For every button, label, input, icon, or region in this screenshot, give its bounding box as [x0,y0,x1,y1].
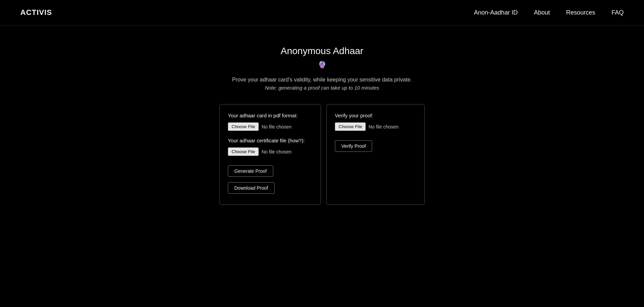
adhaar-cert-section: Your adhaar certificate file (how?): Cho… [228,138,313,156]
verify-file-row: Choose File No file chosen [335,122,416,131]
generate-proof-button[interactable]: Generate Proof [228,165,273,177]
adhaar-cert-choose-file-btn[interactable]: Choose File [228,147,259,156]
site-logo: ACTIVIS [20,8,52,17]
nav-resources[interactable]: Resources [566,9,595,16]
download-proof-button[interactable]: Download Proof [228,182,275,194]
verify-no-file-text: No file chosen [368,124,399,129]
panels-wrapper: Your adhaar card in pdf format: Choose F… [219,104,425,205]
adhaar-cert-file-row: Choose File No file chosen [228,147,313,156]
verify-proof-button[interactable]: Verify Proof [335,140,372,152]
main-content: Anonymous Adhaar 🔮 Prove your adhaar car… [0,25,644,205]
nav-links: Anon-Aadhar ID About Resources FAQ [474,9,624,16]
adhaar-cert-no-file-text: No file chosen [261,149,292,155]
adhaar-card-no-file-text: No file chosen [261,124,292,129]
adhaar-card-section: Your adhaar card in pdf format: Choose F… [228,113,313,131]
nav-anon-aadhar-id[interactable]: Anon-Aadhar ID [474,9,518,16]
adhaar-card-choose-file-btn[interactable]: Choose File [228,122,259,131]
verify-file-label[interactable]: Choose File [335,122,366,131]
page-icon: 🔮 [318,61,326,69]
adhaar-cert-file-label[interactable]: Choose File [228,147,259,156]
nav-about[interactable]: About [534,9,550,16]
navbar: ACTIVIS Anon-Aadhar ID About Resources F… [0,0,644,25]
verify-panel-title: Verify your proof: [335,113,416,118]
verify-panel: Verify your proof: Choose File No file c… [326,104,425,205]
adhaar-card-file-label[interactable]: Choose File [228,122,259,131]
adhaar-card-label: Your adhaar card in pdf format: [228,113,313,118]
adhaar-card-file-row: Choose File No file chosen [228,122,313,131]
generate-panel: Your adhaar card in pdf format: Choose F… [219,104,321,205]
page-description: Prove your adhaar card's validity, while… [232,77,412,83]
verify-choose-file-btn[interactable]: Choose File [335,122,366,131]
page-title: Anonymous Adhaar [281,46,363,56]
page-note: Note: generating a proof can take up to … [265,85,379,91]
nav-faq[interactable]: FAQ [611,9,624,16]
generate-actions: Generate Proof Download Proof [228,163,313,196]
adhaar-cert-label: Your adhaar certificate file (how?): [228,138,313,143]
